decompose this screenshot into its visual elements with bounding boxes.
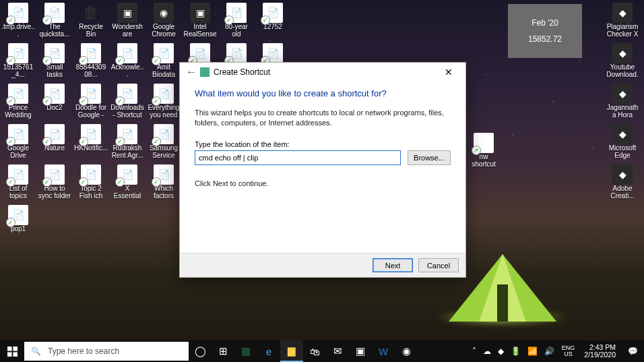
- file-icon: 📄✓: [44, 3, 65, 23]
- language-indicator[interactable]: ENG US: [558, 340, 579, 362]
- edge-icon[interactable]: e: [257, 340, 280, 362]
- movies-icon[interactable]: ▣: [349, 340, 372, 362]
- icon-label: nw shortcut: [467, 153, 501, 168]
- tray-app-icon[interactable]: ◆: [494, 340, 507, 362]
- desktop-icon[interactable]: 📄✓Everything you need t...: [147, 82, 181, 121]
- icon-label: Downloads - Shortcut: [110, 104, 144, 119]
- sticky-line1: Feb '20: [532, 18, 558, 28]
- desktop-icon[interactable]: 📄✓Doc2: [38, 82, 71, 121]
- mail-icon[interactable]: ✉: [326, 340, 349, 362]
- desktop-icon[interactable]: 📄✓15135761_4...: [1, 42, 35, 81]
- icon-label: 15135761_4...: [1, 63, 35, 78]
- cortana-icon[interactable]: ◯: [189, 340, 212, 362]
- icon-label: Youtube Download...: [606, 63, 639, 78]
- icon-label: X Essential Video Strea...: [110, 185, 144, 200]
- desktop-sticky-widget[interactable]: Feb '20 15852.72: [508, 4, 582, 58]
- icon-label: Google Drive: [1, 144, 35, 159]
- icon-label: 8584430908...: [74, 63, 108, 78]
- desktop-icon[interactable]: 📄✓Prince Wedding: [1, 82, 35, 121]
- excel-icon[interactable]: ▦: [234, 340, 257, 362]
- desktop-icon[interactable]: 📄✓Downloads - Shortcut: [110, 82, 144, 121]
- file-icon: 📄✓: [154, 84, 174, 104]
- file-icon: 📄✓: [117, 43, 137, 63]
- desktop-icon[interactable]: 📄✓.tmp.drive...: [1, 1, 35, 40]
- sticky-line2: 15852.72: [528, 34, 562, 44]
- icon-label: Doc2: [38, 104, 71, 111]
- search-placeholder: Type here to search: [48, 346, 119, 356]
- icon-label: Nature: [38, 144, 71, 152]
- file-icon: 🗑: [81, 3, 101, 23]
- desktop-icon[interactable]: ▣Wondershare Filmora: [110, 1, 144, 40]
- icon-label: HKNotific...: [74, 144, 108, 152]
- file-icon: 📄✓: [263, 3, 283, 23]
- desktop-icon[interactable]: ◆Adobe Creati...: [604, 163, 641, 202]
- icon-label: The quicksta...: [38, 23, 71, 38]
- location-input[interactable]: [195, 150, 401, 165]
- desktop-icon[interactable]: 📄✓Acknowle...: [110, 42, 144, 81]
- volume-icon[interactable]: 🔊: [541, 340, 558, 362]
- file-explorer-icon[interactable]: ▆: [280, 340, 303, 362]
- file-icon: 📄✓: [263, 43, 283, 63]
- desktop-icon[interactable]: ◆Youtube Download...: [604, 42, 641, 81]
- file-icon: 📄✓: [154, 43, 174, 63]
- desktop-icon[interactable]: 📄✓Amit Biodata: [147, 42, 181, 81]
- action-center-icon[interactable]: 💬: [621, 340, 644, 362]
- svg-rect-0: [7, 346, 12, 351]
- app-icon: ◆: [612, 84, 633, 104]
- icon-label: How to sync folder with...: [38, 185, 71, 200]
- file-icon: 📄✓: [8, 84, 28, 104]
- desktop-icon[interactable]: 📄✓List of topics: [1, 163, 35, 202]
- desktop-icon[interactable]: 📄✓X Essential Video Strea...: [110, 163, 144, 202]
- wifi-icon[interactable]: 📶: [524, 340, 541, 362]
- icon-label: .tmp.drive...: [1, 23, 35, 38]
- chrome-icon[interactable]: ◉: [395, 340, 418, 362]
- taskbar-clock[interactable]: 2:43 PM 2/19/2020: [579, 340, 621, 362]
- desktop-icon[interactable]: ◆Plagiarism Checker X: [604, 1, 641, 40]
- file-icon: 📄✓: [81, 84, 101, 104]
- file-icon: 📄✓: [81, 124, 101, 144]
- desktop-icon[interactable]: 📄✓Samsung Service: [147, 123, 181, 162]
- battery-icon[interactable]: 🔋: [507, 340, 524, 362]
- desktop-icon[interactable]: 📄✓How to sync folder with...: [38, 163, 71, 202]
- create-shortcut-dialog: ← Create Shortcut ✕ What item would you …: [179, 62, 466, 278]
- next-button[interactable]: Next: [373, 258, 413, 272]
- desktop-icon[interactable]: 📄✓The quicksta...: [38, 1, 71, 40]
- file-icon: 📄✓: [8, 205, 28, 225]
- desktop-icon[interactable]: ◉Google Chrome: [147, 1, 181, 40]
- microsoft-store-icon[interactable]: 🛍: [303, 340, 326, 362]
- task-view-icon[interactable]: ⊞: [212, 340, 234, 362]
- desktop-icon[interactable]: 📄✓Nature: [38, 123, 71, 162]
- taskbar: 🔍 Type here to search ◯ ⊞ ▦ e ▆ 🛍 ✉ ▣ W …: [0, 340, 644, 362]
- browse-button[interactable]: Browse...: [408, 150, 451, 165]
- icon-label: Small tasks: [38, 63, 71, 78]
- dialog-help-text: This wizard helps you to create shortcut…: [195, 108, 451, 128]
- desktop-icon[interactable]: 📄✓Which factors ma...: [147, 163, 181, 202]
- desktop-icon[interactable]: 📄✓Doodle for Google - E...: [74, 82, 108, 121]
- desktop-icon[interactable]: ◆Microsoft Edge: [604, 123, 641, 162]
- file-icon: 📄✓: [226, 3, 247, 23]
- taskbar-search[interactable]: 🔍 Type here to search: [24, 342, 189, 361]
- desktop-icon[interactable]: ▣Intel RealSense...: [183, 1, 217, 40]
- tray-overflow-icon[interactable]: ˄: [469, 340, 480, 362]
- desktop-icon[interactable]: 🗑Recycle Bin: [74, 1, 108, 40]
- desktop-icon[interactable]: 📄✓Small tasks: [38, 42, 71, 81]
- desktop-icon[interactable]: 📄✓80-year old arrested: [220, 1, 253, 40]
- desktop-icon[interactable]: ↗ nw shortcut: [467, 131, 501, 171]
- desktop-icon[interactable]: 📄✓pop1: [1, 204, 35, 243]
- desktop-icon[interactable]: 📄✓12752: [256, 1, 290, 40]
- onedrive-icon[interactable]: ☁: [480, 340, 494, 362]
- icon-label: Samsung Service: [147, 144, 181, 159]
- desktop-icon[interactable]: ◆Jagannatha Hora: [604, 82, 641, 121]
- desktop-icon[interactable]: 📄✓Google Drive: [1, 123, 35, 162]
- start-button[interactable]: [0, 340, 24, 362]
- desktop-icon[interactable]: 📄✓8584430908...: [74, 42, 108, 81]
- icon-label: Prince Wedding: [1, 104, 35, 119]
- desktop-icon[interactable]: 📄✓Rudraksh Rent Agr...: [110, 123, 144, 162]
- icon-label: Rudraksh Rent Agr...: [110, 144, 144, 159]
- desktop-icon[interactable]: 📄✓Topic 2 Fish ich: [74, 163, 108, 202]
- file-icon: 📄✓: [8, 43, 28, 63]
- close-button[interactable]: ✕: [436, 63, 461, 82]
- cancel-button[interactable]: Cancel: [418, 258, 459, 272]
- desktop-icon[interactable]: 📄✓HKNotific...: [74, 123, 108, 162]
- word-icon[interactable]: W: [372, 340, 395, 362]
